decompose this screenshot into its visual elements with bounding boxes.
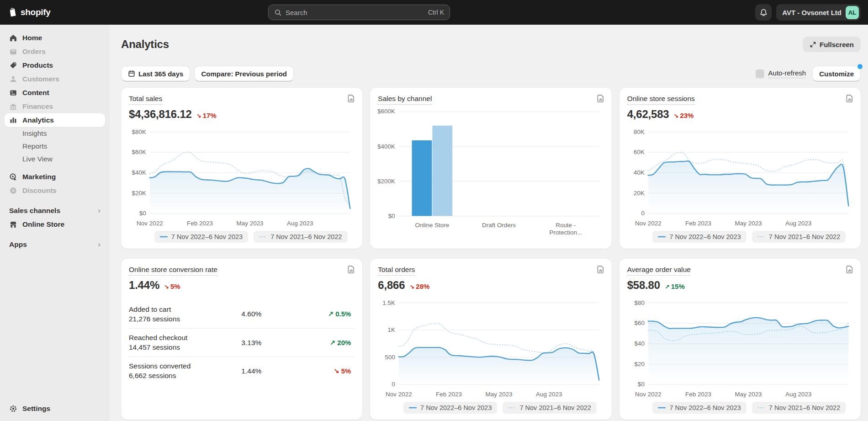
metric-title-sessions[interactable]: Online store sessions xyxy=(627,95,695,105)
search-input[interactable]: Search Ctrl K xyxy=(268,5,450,20)
shopify-bag-icon xyxy=(7,7,17,17)
bell-icon xyxy=(759,8,768,17)
svg-text:$20K: $20K xyxy=(132,190,146,197)
compare-button[interactable]: Compare: Previous period xyxy=(194,66,294,81)
svg-text:$80: $80 xyxy=(634,299,644,306)
report-icon[interactable] xyxy=(845,265,854,276)
sidebar-item-reports[interactable]: Reports xyxy=(5,140,105,153)
svg-text:Feb 2023: Feb 2023 xyxy=(685,391,711,398)
svg-text:Aug 2023: Aug 2023 xyxy=(785,220,812,227)
bank-icon xyxy=(9,102,17,111)
chart-legend: 7 Nov 2022–6 Nov 2023 7 Nov 2021–6 Nov 2… xyxy=(627,402,853,414)
sidebar-item-analytics[interactable]: Analytics xyxy=(5,113,105,127)
calendar-icon xyxy=(128,70,135,77)
sidebar-item-marketing[interactable]: Marketing xyxy=(5,170,105,184)
metric-value: $4,36,816.12 xyxy=(129,108,192,121)
sidebar-item-orders[interactable]: Orders xyxy=(5,45,105,59)
sidebar-item-products[interactable]: Products xyxy=(5,59,105,72)
svg-text:Feb 2023: Feb 2023 xyxy=(187,220,213,227)
metric-value: 1.44% xyxy=(129,279,159,292)
funnel-change: ↗ 20% xyxy=(310,339,351,347)
gear-icon xyxy=(9,405,17,413)
arrow-up-icon: ↗ xyxy=(665,283,670,290)
report-icon[interactable] xyxy=(596,265,605,276)
svg-text:Nov 2022: Nov 2022 xyxy=(137,220,163,227)
fullscreen-button[interactable]: Fullscreen xyxy=(803,37,861,52)
card-sales-by-channel: Sales by channel $0$200K$400K$600KOnline… xyxy=(370,88,611,249)
search-shortcut: Ctrl K xyxy=(428,9,444,16)
chevron-right-icon: › xyxy=(98,206,101,215)
sidebar-item-home[interactable]: Home xyxy=(5,31,105,45)
total-orders-chart[interactable]: 05001K1.5KNov 2022Feb 2023May 2023Aug 20… xyxy=(378,293,603,400)
svg-text:60K: 60K xyxy=(634,149,645,156)
legend-current: 7 Nov 2022–6 Nov 2023 xyxy=(652,231,746,243)
funnel-rate: 4.60% xyxy=(241,310,310,318)
arrow-down-icon: ↘ xyxy=(196,112,201,119)
sessions-chart[interactable]: 020K40K60K80KNov 2022Feb 2023May 2023Aug… xyxy=(627,122,853,229)
funnel-rate: 1.44% xyxy=(241,367,310,375)
search-placeholder: Search xyxy=(286,9,424,16)
sidebar-section-apps[interactable]: Apps › xyxy=(5,238,105,251)
metric-value: 4,62,583 xyxy=(627,108,669,121)
content-icon xyxy=(9,89,17,97)
report-icon[interactable] xyxy=(347,94,355,105)
sidebar-item-content[interactable]: Content xyxy=(5,86,105,100)
legend-previous: 7 Nov 2021–6 Nov 2022 xyxy=(503,402,596,414)
svg-text:$40K: $40K xyxy=(132,169,146,176)
sidebar-item-customers[interactable]: Customers xyxy=(5,72,105,86)
sidebar-item-finances[interactable]: Finances xyxy=(5,100,105,113)
svg-text:Nov 2022: Nov 2022 xyxy=(635,391,662,398)
shopify-wordmark: shopify xyxy=(21,7,50,17)
shopify-logo[interactable]: shopify xyxy=(7,7,126,17)
sidebar-item-live-view[interactable]: Live View xyxy=(5,153,105,165)
total-sales-chart[interactable]: $0$20K$40K$60K$80KNov 2022Feb 2023May 20… xyxy=(129,122,355,229)
report-icon[interactable] xyxy=(845,94,854,105)
home-icon xyxy=(9,34,17,42)
store-menu[interactable]: AVT - Ovsonet Ltd AL xyxy=(776,4,861,21)
svg-text:Feb 2023: Feb 2023 xyxy=(436,391,462,398)
svg-text:$80K: $80K xyxy=(132,128,146,135)
sidebar-item-online-store[interactable]: Online Store xyxy=(5,218,105,231)
aov-chart[interactable]: $0$20$40$60$80Nov 2022Feb 2023May 2023Au… xyxy=(627,293,853,400)
legend-previous: 7 Nov 2021–6 Nov 2022 xyxy=(254,231,347,243)
metric-title-total-orders[interactable]: Total orders xyxy=(378,266,415,276)
bar-chart-icon xyxy=(9,116,17,124)
sales-by-channel-chart[interactable]: $0$200K$400K$600KOnline StoreDraft Order… xyxy=(378,106,603,243)
report-icon[interactable] xyxy=(596,94,605,105)
svg-text:Aug 2023: Aug 2023 xyxy=(785,391,812,398)
svg-text:$0: $0 xyxy=(139,210,146,217)
target-icon xyxy=(9,173,17,181)
notifications-button[interactable] xyxy=(755,4,772,21)
metric-title-conversion-rate[interactable]: Online store conversion rate xyxy=(129,266,217,276)
metric-title-total-sales[interactable]: Total sales xyxy=(129,95,162,105)
svg-text:Route -Protection...: Route -Protection... xyxy=(550,222,582,236)
legend-current: 7 Nov 2022–6 Nov 2023 xyxy=(403,402,497,414)
topbar: shopify Search Ctrl K AVT - Ovsonet Ltd … xyxy=(0,0,868,25)
new-feature-dot xyxy=(857,64,863,69)
svg-text:Online Store: Online Store xyxy=(415,222,450,229)
date-range-button[interactable]: Last 365 days xyxy=(121,66,190,81)
sidebar-item-insights[interactable]: Insights xyxy=(5,127,105,140)
funnel-row-sessions-converted[interactable]: Sessions converted 6,662 sessions 1.44% … xyxy=(129,357,355,385)
funnel-row-reached-checkout[interactable]: Reached checkout 14,457 sessions 3.13% ↗… xyxy=(129,328,355,357)
customize-button[interactable]: Customize xyxy=(812,66,861,81)
card-total-sales: Total sales $4,36,816.12 ↘17% $0$20K$40K… xyxy=(121,88,362,249)
svg-text:Aug 2023: Aug 2023 xyxy=(536,391,562,398)
legend-current: 7 Nov 2022–6 Nov 2023 xyxy=(154,231,248,243)
auto-refresh-toggle[interactable]: Auto-refresh xyxy=(756,69,806,78)
svg-text:May 2023: May 2023 xyxy=(735,220,762,227)
chart-legend: 7 Nov 2022–6 Nov 2023 7 Nov 2021–6 Nov 2… xyxy=(627,231,853,243)
sidebar-item-settings[interactable]: Settings xyxy=(5,402,105,416)
chart-legend: 7 Nov 2022–6 Nov 2023 7 Nov 2021–6 Nov 2… xyxy=(129,231,355,243)
tag-icon xyxy=(9,61,17,69)
metric-title-sales-by-channel[interactable]: Sales by channel xyxy=(378,95,432,105)
funnel-change: ↗ 0.5% xyxy=(310,310,351,318)
auto-refresh-checkbox[interactable] xyxy=(756,69,764,78)
metric-title-aov[interactable]: Average order value xyxy=(627,266,691,276)
report-icon[interactable] xyxy=(347,265,355,276)
svg-text:$60K: $60K xyxy=(132,149,146,156)
sidebar-item-discounts[interactable]: Discounts xyxy=(5,184,105,197)
svg-text:$20: $20 xyxy=(634,361,644,368)
sidebar-section-sales-channels[interactable]: Sales channels › xyxy=(5,204,105,218)
funnel-row-added-to-cart[interactable]: Added to cart 21,276 sessions 4.60% ↗ 0.… xyxy=(129,300,355,328)
